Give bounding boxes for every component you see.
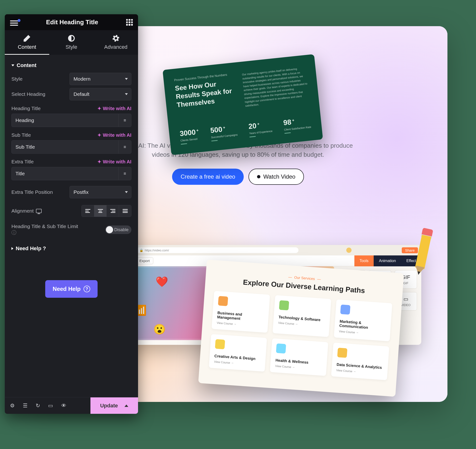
label-extra-pos: Extra Title Position	[11, 189, 53, 195]
editor-panel: Edit Heading Title Content Style Advance…	[5, 14, 138, 414]
address-bar[interactable]: 🔒 https://video.com/	[137, 247, 298, 253]
label-extra-title: Extra Title	[11, 159, 34, 165]
toggle-limit[interactable]: Disable	[105, 225, 131, 234]
dynamic-tags-icon[interactable]: ≡	[118, 140, 131, 153]
label-select-heading: Select Heading	[11, 91, 45, 97]
course-card[interactable]: Health & WellnessView Course	[270, 338, 328, 376]
settings-icon[interactable]: ⚙	[10, 403, 15, 409]
course-card[interactable]: Data Science & AnalyticsView Course	[331, 343, 389, 380]
select-style[interactable]: Modern	[69, 73, 131, 85]
gear-icon	[113, 35, 119, 42]
responsive-icon[interactable]	[36, 209, 42, 213]
cta-create-button[interactable]: Create a free ai video	[172, 168, 244, 185]
history-icon[interactable]: ↻	[36, 403, 40, 409]
panel-title: Edit Heading Title	[46, 19, 98, 26]
contrast-icon	[68, 35, 75, 42]
align-justify-button[interactable]	[119, 205, 131, 217]
write-ai-heading[interactable]: ✦Write with AI	[97, 106, 131, 111]
select-heading[interactable]: Default	[69, 88, 131, 100]
course-card[interactable]: Technology & SoftwareView Course	[273, 295, 331, 337]
update-button[interactable]: Update	[91, 397, 138, 414]
label-alignment: Alignment	[11, 208, 42, 214]
course-card[interactable]: Business and ManagementView Course	[212, 291, 270, 333]
caret-down-icon	[11, 64, 14, 66]
input-heading-title[interactable]	[12, 114, 118, 127]
label-sub-title: Sub Title	[11, 132, 31, 138]
label-heading-title: Heading Title	[11, 106, 41, 111]
tab-animation[interactable]: Animation	[374, 255, 401, 266]
tab-style[interactable]: Style	[49, 30, 94, 55]
section-need-help[interactable]: Need Help ?	[11, 245, 131, 252]
preview-icon[interactable]: 👁	[61, 403, 66, 409]
responsive-mode-icon[interactable]: ▭	[48, 403, 53, 409]
course-card[interactable]: Creative Arts & DesignView Course	[209, 334, 267, 372]
menu-icon[interactable]	[10, 19, 18, 25]
tab-advanced[interactable]: Advanced	[93, 30, 138, 55]
stat-item: 20+Years of Experience	[248, 120, 273, 137]
dynamic-tags-icon[interactable]: ≡	[118, 167, 131, 180]
need-help-button[interactable]: Need Help?	[45, 280, 97, 298]
dynamic-tags-icon[interactable]: ≡	[118, 114, 131, 127]
course-card[interactable]: Marketing & CommunicationView Course	[334, 299, 392, 341]
avatar-icon[interactable]	[346, 247, 351, 253]
play-icon	[257, 175, 260, 178]
write-ai-extra[interactable]: ✦Write with AI	[97, 159, 131, 165]
apps-icon[interactable]	[126, 19, 133, 26]
courses-card: Our Services Explore Our Diverse Learnin…	[198, 260, 404, 397]
export-button[interactable]: Export	[136, 257, 153, 264]
chevron-up-icon	[125, 404, 128, 407]
navigator-icon[interactable]: ☰	[23, 403, 28, 409]
tab-content[interactable]: Content	[5, 30, 49, 55]
pencil-icon	[23, 35, 30, 42]
label-limit: Heading Title & Sub Title Limit ⓘ	[11, 224, 83, 236]
label-style: Style	[11, 76, 23, 82]
stat-item: 500+Successful Campaigns	[210, 124, 238, 141]
stats-desc: Our marketing agency prides itself on de…	[242, 66, 310, 108]
stat-item: 98+Client Satisfaction Rate	[283, 116, 311, 134]
stat-item: 3000+Clients Served	[179, 128, 200, 145]
align-left-button[interactable]	[82, 205, 94, 217]
stats-title: See How Our Results Speak for Themselves	[174, 77, 243, 109]
cta-watch-button[interactable]: Watch Video	[248, 168, 304, 185]
input-sub-title[interactable]	[12, 140, 118, 153]
section-content[interactable]: Content	[11, 62, 131, 68]
align-center-button[interactable]	[94, 205, 106, 217]
select-extra-pos[interactable]: Postfix	[69, 186, 131, 198]
align-right-button[interactable]	[106, 205, 119, 217]
tab-tools[interactable]: Tools	[354, 255, 374, 266]
write-ai-sub[interactable]: ✦Write with AI	[97, 132, 131, 138]
input-extra-title[interactable]	[12, 167, 118, 180]
stats-card: Proven Success Through the Numbers See H…	[163, 54, 323, 155]
caret-right-icon	[11, 247, 13, 250]
